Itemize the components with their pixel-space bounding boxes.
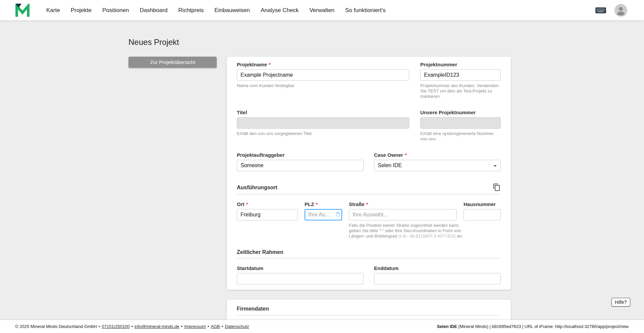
field-projektauftraggeber: Projektauftraggeber [237, 152, 364, 171]
strasse-helper: Falls die Position keiner Straße zugeord… [349, 223, 470, 239]
section-divider [237, 258, 501, 258]
nav-links: Karte Projekte Positionen Dashboard Rich… [46, 7, 595, 14]
label-text: Hausnummer [464, 201, 496, 207]
field-ort: Ort * [237, 201, 298, 239]
required-asterisk: * [405, 152, 407, 158]
case-owner-value: Selen IDE [378, 162, 402, 169]
label-text: Projektnummer [420, 61, 457, 68]
label-text: PLZ [305, 201, 314, 207]
label-text: Case Owner [374, 152, 403, 158]
unsere-projektnummer-helper: Erhält eine systemgenerierte Nummer von … [420, 131, 501, 142]
nav-item-richtpreis[interactable]: Richtpreis [178, 7, 204, 14]
projektauftraggeber-input[interactable] [237, 160, 364, 171]
email-link[interactable]: info@mineral-minds.de [135, 324, 179, 329]
zeitlicher-rahmen-heading: Zeitlicher Rahmen [237, 249, 283, 255]
startdatum-input[interactable] [237, 273, 364, 284]
unsere-projektnummer-input [420, 117, 501, 129]
nav-item-verwalten[interactable]: Verwalten [309, 7, 334, 14]
required-asterisk: * [269, 61, 271, 68]
field-plz: PLZ * [305, 201, 342, 239]
datenschutz-link[interactable]: Datenschutz [225, 324, 249, 329]
loading-spinner-icon [336, 212, 340, 217]
mineral-minds-logo-icon [15, 4, 30, 17]
agb-link[interactable]: AGB [211, 324, 220, 329]
keyboard-button[interactable] [595, 6, 606, 14]
account-button[interactable] [614, 4, 627, 17]
top-navbar: Karte Projekte Positionen Dashboard Rich… [0, 0, 644, 20]
copy-address-button[interactable] [493, 183, 501, 191]
keyboard-icon [595, 6, 606, 14]
ausfuehrungsort-heading: Ausführungsort [237, 184, 277, 191]
ort-input[interactable] [237, 209, 298, 220]
label-text: Startdatum [237, 265, 263, 271]
label-text: Enddatum [374, 265, 398, 271]
phone-link[interactable]: 07151/250100 [102, 324, 129, 329]
titel-label: Titel [237, 109, 409, 116]
project-form-card: Projektname * Name vom Kunden festlegbar… [227, 57, 511, 290]
strasse-label: Straße * [349, 201, 457, 207]
footer-left: © 2025 Mineral Minds Deutschland GmbH • … [15, 324, 249, 329]
field-case-owner: Case Owner * Selen IDE [374, 152, 501, 171]
projektauftraggeber-label: Projektauftraggeber [237, 152, 364, 158]
projektnummer-helper: Projektnummer des Kunden. Verwenden Sie … [420, 83, 501, 99]
projektnummer-input[interactable] [420, 69, 501, 81]
field-unsere-projektnummer: Unsere Projektnummer Erhält eine systemg… [420, 109, 501, 142]
projektname-helper: Name vom Kunden festlegbar [237, 83, 409, 88]
titel-input [237, 117, 409, 129]
label-text: Unsere Projektnummer [420, 109, 476, 116]
projektname-input[interactable] [237, 69, 409, 81]
footer-session-info: Selen IDE (Mineral Minds) | b91695ed7623… [437, 324, 629, 329]
required-asterisk: * [246, 201, 248, 207]
startdatum-label: Startdatum [237, 265, 364, 271]
hausnummer-input[interactable] [464, 209, 501, 220]
hausnummer-label: Hausnummer [464, 201, 501, 207]
copy-icon [493, 183, 501, 191]
projektnummer-label: Projektnummer [420, 61, 501, 68]
nav-item-dashboard[interactable]: Dashboard [140, 7, 167, 14]
avatar-icon [614, 4, 627, 17]
field-projektnummer: Projektnummer Projektnummer des Kunden. … [420, 61, 501, 99]
back-to-projects-button[interactable]: Zur Projektübersicht [128, 57, 217, 68]
help-button[interactable]: Hilfe? [611, 298, 630, 307]
session-details: (Mineral Minds) | b91695ed7623 | URL of … [457, 324, 629, 329]
field-enddatum: Enddatum [374, 265, 501, 284]
case-owner-select[interactable]: Selen IDE [374, 160, 501, 171]
label-text: Ort [237, 201, 245, 207]
strasse-helper-suffix: an. [456, 234, 463, 239]
strasse-helper-example: (z.B.: 48.8115607,9.4077422) [398, 234, 455, 239]
nav-item-einbauweisen[interactable]: Einbauweisen [214, 7, 250, 14]
label-text: Titel [237, 109, 247, 116]
brand-logo[interactable] [15, 4, 30, 17]
separator: • [131, 324, 133, 329]
nav-item-analyse-check[interactable]: Analyse Check [261, 7, 299, 14]
nav-item-projekte[interactable]: Projekte [71, 7, 92, 14]
enddatum-label: Enddatum [374, 265, 501, 271]
section-divider [237, 194, 501, 194]
field-startdatum: Startdatum [237, 265, 364, 284]
enddatum-input[interactable] [374, 273, 501, 284]
nav-item-positionen[interactable]: Positionen [102, 7, 129, 14]
label-text: Straße [349, 201, 365, 207]
ort-label: Ort * [237, 201, 298, 207]
titel-helper: Erhält den von uns vorgegebenen Titel. [237, 131, 409, 136]
plz-label: PLZ * [305, 201, 342, 207]
strasse-input[interactable] [349, 209, 457, 220]
field-projektname: Projektname * Name vom Kunden festlegbar [237, 61, 409, 99]
field-strasse: Straße * Falls die Position keiner Straß… [349, 201, 457, 239]
zeitlicher-rahmen-section-header: Zeitlicher Rahmen [237, 249, 501, 255]
unsere-projektnummer-label: Unsere Projektnummer [420, 109, 501, 116]
session-user: Selen IDE [437, 324, 457, 329]
separator: • [181, 324, 183, 329]
section-divider [237, 315, 501, 316]
footer: © 2025 Mineral Minds Deutschland GmbH • … [0, 320, 644, 333]
separator: • [208, 324, 209, 329]
field-hausnummer: Hausnummer [464, 201, 501, 239]
separator: • [99, 324, 100, 329]
nav-item-so-funktionierts[interactable]: So funktioniert's [345, 7, 385, 14]
copyright-text: © 2025 Mineral Minds Deutschland GmbH [15, 324, 97, 329]
required-asterisk: * [316, 201, 318, 207]
nav-item-karte[interactable]: Karte [46, 7, 60, 14]
impressum-link[interactable]: Impressum [184, 324, 206, 329]
field-titel: Titel Erhält den von uns vorgegebenen Ti… [237, 109, 409, 142]
separator: • [222, 324, 223, 329]
